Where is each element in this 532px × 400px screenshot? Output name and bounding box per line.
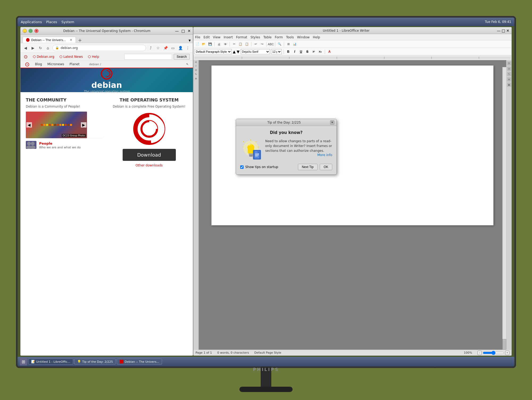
lo-print-button[interactable]: 🖨: [216, 41, 222, 47]
forward-button[interactable]: ▶: [30, 45, 36, 51]
lo-maximize-button[interactable]: □: [502, 28, 505, 33]
lo-subscript-button[interactable]: X₂: [318, 49, 323, 54]
taskbar-libreoffice-app[interactable]: 📝 Untitled 1 - LibreOffic...: [28, 359, 73, 365]
search-button[interactable]: Search: [174, 54, 190, 60]
lo-right-icon-4[interactable]: ⊕: [507, 77, 511, 81]
lo-preview-button[interactable]: 👁: [222, 41, 228, 47]
chromium-title-max2[interactable]: □: [181, 29, 185, 33]
tip-show-tips-checkbox[interactable]: [240, 165, 244, 169]
tab-close-button[interactable]: ✕: [70, 38, 72, 42]
lo-font-select[interactable]: DejaVu Serif: [241, 49, 270, 54]
sub-nav-micronews[interactable]: Micronews: [47, 62, 64, 66]
profile-button[interactable]: 👤: [177, 45, 183, 51]
lo-sidebar-icon-1[interactable]: A: [195, 61, 197, 63]
chromium-tab-active[interactable]: Debian -- The Universal O ✕: [23, 37, 76, 43]
chromium-title-minimize[interactable]: —: [175, 29, 179, 33]
lo-sidebar-icon-4[interactable]: ✎: [195, 73, 197, 76]
photo-next-button[interactable]: ▶: [81, 122, 86, 128]
lo-sidebar-icon-2[interactable]: ☆: [195, 64, 197, 67]
tip-more-info-link[interactable]: More info: [265, 153, 332, 157]
debian-nav-help[interactable]: Help: [88, 55, 99, 59]
home-button[interactable]: ⌂: [45, 45, 51, 51]
lo-right-icon-1[interactable]: A: [507, 61, 511, 66]
taskbar-applications[interactable]: Applications: [21, 20, 42, 24]
lo-copy-button[interactable]: 📋: [238, 41, 243, 47]
lo-menu-tools[interactable]: Tools: [286, 35, 294, 39]
lo-style-select[interactable]: Default Paragraph Style: [194, 49, 232, 54]
lo-menu-window[interactable]: Window: [297, 35, 310, 39]
tab-dropdown-button[interactable]: ▾: [189, 38, 191, 43]
lo-scrollbar-thumb[interactable]: [502, 339, 506, 350]
lo-chart-button[interactable]: 📊: [292, 41, 298, 47]
lo-save-button[interactable]: 💾: [207, 41, 213, 47]
lo-minimize-button[interactable]: —: [497, 28, 501, 33]
lo-close-button[interactable]: ✕: [506, 28, 509, 33]
lo-redo-button[interactable]: ↪: [259, 41, 265, 47]
lo-style-up-button[interactable]: ▲: [233, 50, 236, 54]
lo-italic-button[interactable]: I: [292, 49, 297, 54]
people-link[interactable]: People: [39, 141, 52, 145]
lo-spellcheck-button[interactable]: ABC: [268, 41, 274, 47]
debian-nav-debianorg[interactable]: Debian.org: [33, 55, 54, 59]
lo-menu-format[interactable]: Format: [236, 35, 247, 39]
lo-menu-file[interactable]: File: [195, 35, 200, 39]
tip-show-tips-label[interactable]: Show tips on startup: [240, 165, 278, 169]
taskbar-system[interactable]: System: [61, 20, 74, 24]
lo-sidebar-icon-5[interactable]: ⊕: [195, 77, 197, 80]
lo-vertical-scrollbar[interactable]: [502, 67, 506, 350]
taskbar-places[interactable]: Places: [46, 20, 57, 24]
tab-new-button[interactable]: +: [76, 37, 84, 43]
url-box[interactable]: 🔒 debian.org: [52, 45, 146, 51]
lo-menu-help[interactable]: Help: [313, 35, 320, 39]
debian-nav-latestnews[interactable]: Latest News: [60, 55, 83, 59]
lo-menu-insert[interactable]: Insert: [224, 35, 233, 39]
pin-button[interactable]: 📌: [163, 45, 168, 51]
lo-menu-view[interactable]: View: [213, 35, 220, 39]
lo-menu-styles[interactable]: Styles: [251, 35, 260, 39]
bookmark-button[interactable]: ☆: [155, 45, 161, 51]
lo-open-button[interactable]: 📂: [201, 41, 207, 47]
lo-menu-edit[interactable]: Edit: [203, 35, 210, 39]
sub-nav-planet[interactable]: Planet: [69, 62, 80, 66]
tip-next-button[interactable]: Next Tip: [298, 164, 318, 170]
tip-ok-button[interactable]: OK: [320, 164, 332, 170]
lo-menu-table[interactable]: Table: [263, 35, 272, 39]
taskbar-chromium-app[interactable]: Debian -- The Univers...: [117, 359, 162, 365]
lo-sidebar-icon-3[interactable]: ⊡: [195, 69, 197, 71]
lo-document-area[interactable]: [199, 60, 506, 350]
menu-button[interactable]: ⋮: [185, 45, 191, 51]
cast-button[interactable]: ▭: [170, 45, 176, 51]
lo-cut-button[interactable]: ✂: [231, 41, 237, 47]
lo-paste-button[interactable]: 📋: [244, 41, 250, 47]
lo-zoom-in-button[interactable]: +: [505, 351, 509, 355]
taskbar-tip-app[interactable]: 💡 Tip of the Day: 2/225: [74, 359, 116, 365]
lo-right-icon-5[interactable]: ▦: [507, 83, 511, 87]
search-input[interactable]: [124, 54, 172, 60]
lo-size-select[interactable]: 12 pt: [271, 49, 282, 54]
lo-right-icon-2[interactable]: ⊡: [507, 67, 511, 71]
tip-dialog-close-button[interactable]: ✕: [330, 120, 334, 125]
lo-new-button[interactable]: 📄: [194, 41, 200, 47]
lo-underline-button[interactable]: U: [298, 49, 304, 54]
lo-style-down-button[interactable]: ▼: [237, 50, 240, 54]
lo-table-button[interactable]: ⊞: [285, 41, 291, 47]
chromium-title-close2[interactable]: ✕: [188, 29, 191, 33]
sub-nav-blog[interactable]: Blog: [35, 62, 42, 66]
lo-right-icon-3[interactable]: ✎: [507, 72, 511, 76]
reload-button[interactable]: ↻: [38, 45, 43, 51]
lo-fontcolor-button[interactable]: A: [327, 49, 332, 54]
lo-strikethrough-button[interactable]: S: [305, 49, 310, 54]
lo-superscript-button[interactable]: X²: [311, 49, 317, 54]
lo-bold-button[interactable]: B: [286, 49, 291, 54]
chromium-maximize-button[interactable]: □: [28, 29, 33, 33]
download-button[interactable]: Download: [123, 149, 176, 161]
lo-undo-button[interactable]: ↩: [253, 41, 259, 47]
lo-find-button[interactable]: 🔍: [277, 41, 282, 47]
chromium-minimize-button[interactable]: _: [23, 29, 27, 33]
lo-zoom-slider[interactable]: [483, 351, 504, 355]
other-downloads-link[interactable]: Other downloads: [111, 164, 188, 167]
lo-menu-form[interactable]: Form: [275, 35, 283, 39]
lo-zoom-out-button[interactable]: −: [477, 351, 482, 355]
back-button[interactable]: ◀: [23, 45, 28, 51]
taskbar-show-desktop[interactable]: ⊞: [20, 358, 27, 365]
